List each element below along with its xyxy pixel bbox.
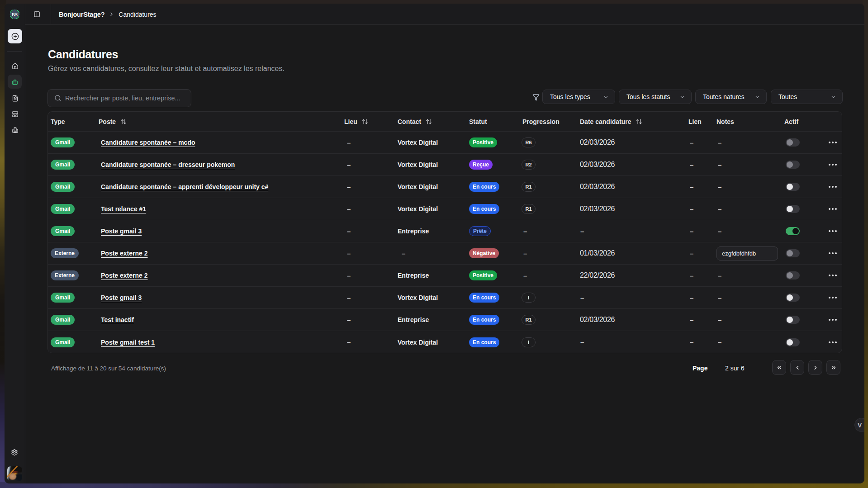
svg-text:BS: BS — [12, 12, 18, 17]
